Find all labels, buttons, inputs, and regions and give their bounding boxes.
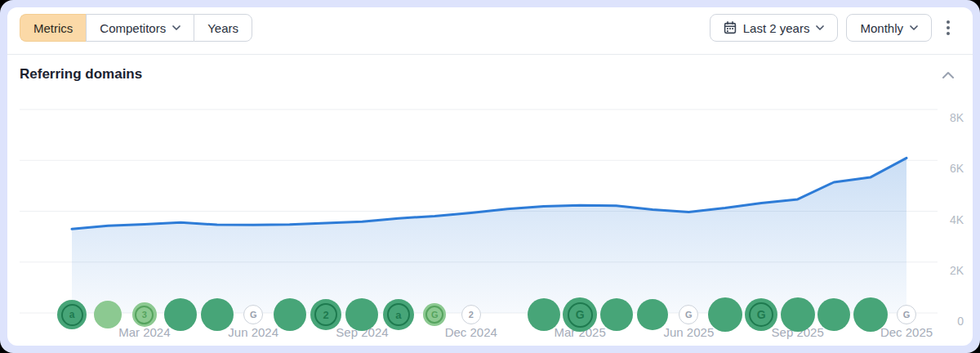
referring-domains-card: Metrics Competitors Years (7, 7, 973, 346)
timeline-badge-jan-2024-a[interactable]: a (57, 300, 87, 329)
timeline-badge-feb-2025[interactable] (528, 298, 560, 331)
badge-glyph-g: G (568, 302, 593, 328)
badge-glyph-2: 2 (465, 309, 477, 321)
area-fill (72, 158, 906, 313)
badge-glyph-3: 3 (135, 306, 154, 324)
timeline-badge-aug-2025-g[interactable]: G (745, 298, 777, 331)
timeline-badge-apr-2025[interactable] (600, 298, 633, 331)
timeline-badge-may-2025[interactable] (637, 299, 668, 330)
timeline-badge-dec-2025-g[interactable]: G (897, 305, 916, 324)
timeline-badge-may-2024[interactable] (201, 298, 234, 331)
timeline-badge-nov-2025[interactable] (853, 297, 888, 332)
timeline-badge-jun-2024-g[interactable]: G (243, 305, 263, 324)
badge-glyph-g: G (425, 306, 443, 324)
timeline-badge-oct-2024-a[interactable]: a (383, 299, 414, 330)
timeline-badge-mar-2024-3[interactable]: 3 (132, 302, 157, 327)
timeline-badge-dec-2024-2[interactable]: 2 (461, 305, 481, 324)
timeline-badge-mar-2025-g[interactable]: G (563, 297, 597, 332)
badge-glyph-g: G (749, 302, 773, 327)
badge-glyph-2: 2 (314, 303, 337, 326)
badge-glyph-a: a (61, 304, 83, 326)
badge-glyph-g: G (901, 309, 913, 321)
timeline-badge-sep-2025[interactable] (781, 297, 815, 332)
chart-layer: 8K6K4K2K0Mar 2024Jun 2024Sep 2024Dec 202… (7, 7, 973, 346)
timeline-badge-jul-2025[interactable] (708, 297, 742, 332)
app-frame: Metrics Competitors Years (0, 0, 980, 353)
badge-glyph-g: G (247, 309, 260, 321)
badge-glyph-g: G (683, 309, 695, 321)
timeline-badge-oct-2025[interactable] (817, 298, 850, 331)
referring-domains-chart-svg (7, 7, 973, 346)
badge-glyph-a: a (387, 303, 410, 326)
timeline-badge-aug-2024-2[interactable]: 2 (310, 299, 341, 330)
timeline-badge-jul-2024[interactable] (274, 298, 306, 331)
